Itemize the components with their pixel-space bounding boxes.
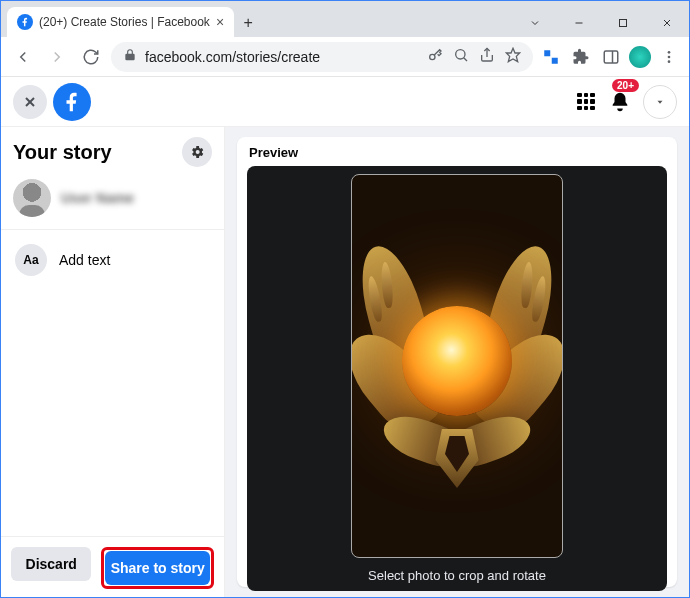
- key-icon[interactable]: [427, 47, 443, 66]
- facebook-logo[interactable]: [53, 83, 91, 121]
- account-menu-button[interactable]: [643, 85, 677, 119]
- notification-badge: 20+: [612, 79, 639, 92]
- menu-grid-button[interactable]: [575, 85, 597, 119]
- close-story-creator-button[interactable]: [13, 85, 47, 119]
- translate-extension-icon[interactable]: [539, 45, 563, 69]
- browser-toolbar: facebook.com/stories/create: [1, 37, 689, 77]
- preview-hint: Select photo to crop and rotate: [368, 568, 546, 583]
- browser-tab[interactable]: (20+) Create Stories | Facebook ×: [7, 7, 234, 37]
- discard-button[interactable]: Discard: [11, 547, 91, 581]
- svg-point-5: [456, 50, 465, 59]
- window-dropdown-icon[interactable]: [513, 9, 557, 37]
- url-text: facebook.com/stories/create: [145, 49, 320, 65]
- zoom-icon[interactable]: [453, 47, 469, 66]
- app-body: Your story User Name Aa Add text Discard…: [1, 127, 689, 598]
- svg-point-13: [668, 60, 671, 63]
- bookmark-icon[interactable]: [505, 47, 521, 66]
- new-tab-button[interactable]: +: [234, 9, 262, 37]
- side-panel-icon[interactable]: [599, 45, 623, 69]
- share-button-highlight: Share to story: [101, 547, 214, 589]
- add-text-icon: Aa: [15, 244, 47, 276]
- story-photo-frame[interactable]: [351, 174, 563, 558]
- back-button[interactable]: [9, 43, 37, 71]
- window-controls: [513, 9, 689, 37]
- user-avatar: [13, 179, 51, 217]
- story-image: [362, 236, 552, 496]
- preview-label: Preview: [237, 137, 677, 166]
- svg-rect-1: [620, 20, 627, 27]
- svg-point-12: [668, 55, 671, 58]
- extension-icons: [539, 45, 681, 69]
- svg-rect-9: [604, 51, 618, 63]
- tab-close-icon[interactable]: ×: [216, 14, 224, 30]
- preview-card: Preview Select photo to crop and rotate: [237, 137, 677, 587]
- svg-point-11: [668, 51, 671, 54]
- svg-marker-8: [506, 48, 519, 61]
- share-to-story-button[interactable]: Share to story: [105, 551, 210, 585]
- user-row[interactable]: User Name: [1, 173, 224, 230]
- window-minimize-button[interactable]: [557, 9, 601, 37]
- address-bar[interactable]: facebook.com/stories/create: [111, 42, 533, 72]
- reload-button[interactable]: [77, 43, 105, 71]
- user-name: User Name: [61, 190, 134, 206]
- svg-marker-16: [658, 100, 663, 103]
- window-titlebar: (20+) Create Stories | Facebook × +: [1, 1, 689, 37]
- add-text-option[interactable]: Aa Add text: [1, 230, 224, 290]
- forward-button[interactable]: [43, 43, 71, 71]
- preview-panel: Preview Select photo to crop and rotate: [225, 127, 689, 598]
- chrome-menu-icon[interactable]: [657, 45, 681, 69]
- sidebar-title: Your story: [13, 141, 112, 164]
- extensions-puzzle-icon[interactable]: [569, 45, 593, 69]
- window-maximize-button[interactable]: [601, 9, 645, 37]
- lock-icon: [123, 48, 137, 65]
- window-close-button[interactable]: [645, 9, 689, 37]
- sidebar: Your story User Name Aa Add text Discard…: [1, 127, 225, 598]
- preview-stage: Select photo to crop and rotate: [247, 166, 667, 591]
- notifications-button[interactable]: 20+: [607, 85, 633, 119]
- sidebar-footer: Discard Share to story: [1, 536, 224, 598]
- svg-line-6: [464, 58, 467, 61]
- facebook-favicon: [17, 14, 33, 30]
- profile-avatar-icon[interactable]: [629, 46, 651, 68]
- facebook-header: 20+: [1, 77, 689, 127]
- story-settings-button[interactable]: [182, 137, 212, 167]
- grid-icon: [577, 93, 595, 111]
- share-icon[interactable]: [479, 47, 495, 66]
- tab-title: (20+) Create Stories | Facebook: [39, 15, 210, 29]
- add-text-label: Add text: [59, 252, 110, 268]
